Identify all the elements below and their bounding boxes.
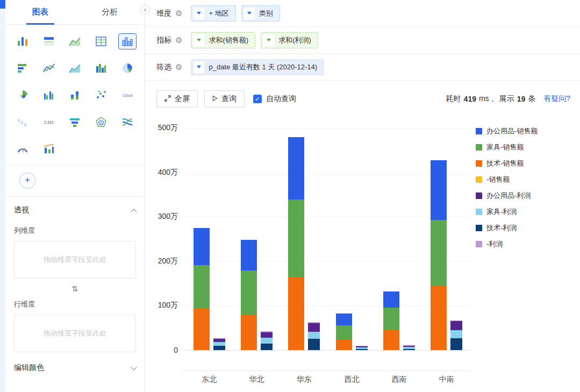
chart-type-combo-icon[interactable] xyxy=(40,141,58,157)
bar-segment[interactable] xyxy=(288,199,304,277)
chart-type-table-icon[interactable] xyxy=(40,33,58,49)
add-chart-button[interactable]: + xyxy=(19,173,35,189)
chart-type-word-cloud-icon[interactable]: Cloud xyxy=(118,87,137,103)
chart-type-funnel-icon[interactable] xyxy=(66,114,84,130)
bar-segment[interactable] xyxy=(288,277,304,350)
bar-segment[interactable] xyxy=(403,349,415,350)
chart-type-metric-card-icon[interactable]: 2.312 xyxy=(40,114,58,130)
field-pill[interactable]: 求和(销售额) xyxy=(191,32,255,48)
fullscreen-button[interactable]: 全屏 xyxy=(156,90,198,108)
bar-segment[interactable] xyxy=(194,228,210,265)
bar-segment[interactable] xyxy=(431,286,447,350)
bar-segment[interactable] xyxy=(336,325,352,340)
bar-segment[interactable] xyxy=(288,137,304,199)
bar-segment[interactable] xyxy=(213,346,225,350)
chart-type-radar-icon[interactable] xyxy=(92,114,110,130)
sales-bar[interactable] xyxy=(336,313,352,350)
chart-type-grouped-bar-icon[interactable] xyxy=(40,87,58,103)
sales-bar[interactable] xyxy=(383,291,399,350)
chart-type-column-icon[interactable] xyxy=(118,33,137,49)
column-dimension-dropzone[interactable]: 拖动维度字段至此处 xyxy=(14,241,136,279)
chart-type-area-chart-icon[interactable] xyxy=(66,60,84,76)
legend-item[interactable]: 家具-利润 xyxy=(476,207,538,217)
bar-segment[interactable] xyxy=(261,332,273,338)
swap-axes-icon[interactable]: ⇅ xyxy=(5,281,145,293)
legend-item[interactable]: 技术-销售额 xyxy=(476,159,538,168)
row-dimension-dropzone[interactable]: 拖动维度字段至此处 xyxy=(14,315,136,352)
legend-item[interactable]: 技术-利润 xyxy=(476,223,538,233)
tab-analysis[interactable]: 分析 xyxy=(75,0,145,24)
bar-segment[interactable] xyxy=(383,330,399,350)
query-button[interactable]: 查询 xyxy=(204,90,245,108)
chart-type-interval-column-icon[interactable] xyxy=(92,60,110,76)
dropdown-triangle-icon[interactable] xyxy=(194,8,204,19)
gear-icon[interactable]: ⚙ xyxy=(175,62,182,72)
chart-type-waterfall-icon[interactable] xyxy=(13,114,32,130)
chart-type-sankey-icon[interactable] xyxy=(118,114,137,130)
dropdown-triangle-icon[interactable] xyxy=(194,61,204,73)
bar-segment[interactable] xyxy=(356,349,368,350)
legend-item[interactable]: 办公用品-利润 xyxy=(476,191,538,201)
bar-segment[interactable] xyxy=(383,291,399,308)
chart-type-pie-icon[interactable] xyxy=(118,60,137,76)
chart-type-horizontal-bar-icon[interactable] xyxy=(13,60,32,76)
bar-segment[interactable] xyxy=(308,323,320,332)
bar-segment[interactable] xyxy=(213,339,225,343)
bar-segment[interactable] xyxy=(336,313,352,325)
chart-type-data-grid-icon[interactable] xyxy=(92,33,110,49)
gear-icon[interactable]: ⚙ xyxy=(175,9,182,18)
chart-type-scatter-icon[interactable] xyxy=(92,87,110,103)
chart-type-colored-bar-icon[interactable] xyxy=(13,33,32,49)
bar-segment[interactable] xyxy=(383,308,399,330)
sales-bar[interactable] xyxy=(194,228,210,350)
bar-segment[interactable] xyxy=(241,315,257,350)
profit-bar[interactable] xyxy=(261,331,273,350)
bar-segment[interactable] xyxy=(213,342,225,346)
bar-segment[interactable] xyxy=(431,160,447,220)
bar-segment[interactable] xyxy=(450,321,462,330)
gear-icon[interactable]: ⚙ xyxy=(175,35,182,45)
legend-item[interactable]: 家具-销售额 xyxy=(476,142,538,152)
bar-segment[interactable] xyxy=(194,308,210,350)
collapse-sidebar-button[interactable]: ‹ xyxy=(140,5,150,15)
chart-type-gauge-icon[interactable] xyxy=(13,141,32,157)
legend-item[interactable]: 办公用品-销售额 xyxy=(476,126,538,136)
chart-type-line-icon[interactable] xyxy=(40,60,58,76)
bar-segment[interactable] xyxy=(450,338,462,350)
bar-segment[interactable] xyxy=(336,340,352,350)
bar-segment[interactable] xyxy=(194,265,210,308)
profit-bar[interactable] xyxy=(356,346,368,350)
field-pill[interactable]: + 地区 xyxy=(191,5,235,22)
chart-type-stacked-bar-icon[interactable] xyxy=(66,87,84,103)
chart-type-rose-icon[interactable] xyxy=(13,87,32,103)
dropdown-triangle-icon[interactable] xyxy=(194,34,204,46)
legend-item[interactable]: -销售额 xyxy=(476,175,538,184)
tab-charts[interactable]: 图表 xyxy=(5,0,75,24)
profit-bar[interactable] xyxy=(450,320,462,350)
auto-query-toggle[interactable]: ✓ 自动查询 xyxy=(253,94,296,104)
field-pill[interactable]: p_date 最近有数 1 天 (2020-12-14) xyxy=(191,59,324,75)
field-pill[interactable]: 类别 xyxy=(241,5,280,22)
chart-type-trend-area-icon[interactable] xyxy=(66,33,84,49)
sales-bar[interactable] xyxy=(431,160,447,350)
bar-segment[interactable] xyxy=(261,338,273,344)
bar-segment[interactable] xyxy=(241,270,257,315)
sales-bar[interactable] xyxy=(241,240,257,350)
legend-item[interactable]: -利润 xyxy=(476,239,538,249)
bar-segment[interactable] xyxy=(308,332,320,339)
bar-segment[interactable] xyxy=(241,240,257,270)
field-pill[interactable]: 求和(利润) xyxy=(261,32,318,48)
bar-segment[interactable] xyxy=(450,330,462,338)
sales-bar[interactable] xyxy=(288,137,304,350)
dropdown-triangle-icon[interactable] xyxy=(244,8,255,19)
checkbox-checked-icon[interactable]: ✓ xyxy=(253,95,262,103)
profit-bar[interactable] xyxy=(213,338,225,350)
profit-bar[interactable] xyxy=(308,322,320,350)
edit-color-section-header[interactable]: 编辑颜色 xyxy=(5,354,145,377)
bar-segment[interactable] xyxy=(261,344,273,350)
pivot-section-header[interactable]: 透视 xyxy=(5,197,145,219)
profit-bar[interactable] xyxy=(403,345,415,350)
question-link[interactable]: 有疑问? xyxy=(543,94,570,104)
dropdown-triangle-icon[interactable] xyxy=(263,34,274,46)
bar-segment[interactable] xyxy=(431,220,447,286)
